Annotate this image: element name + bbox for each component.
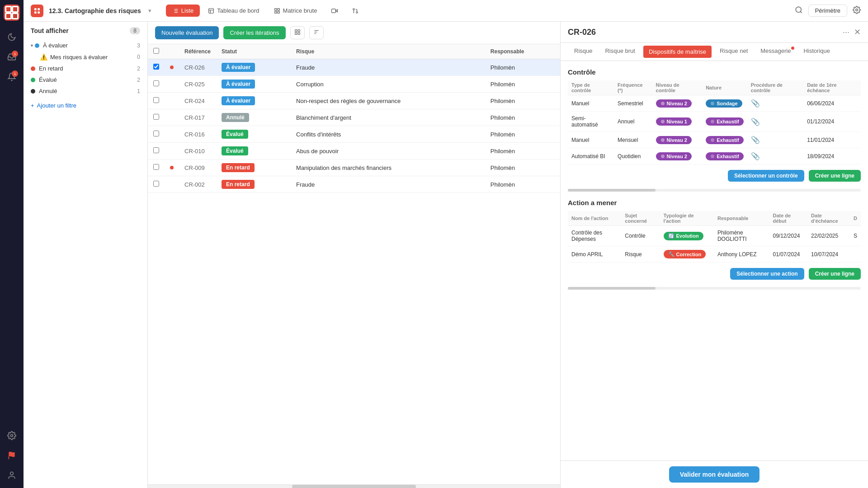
row-resp: Philomèn — [485, 109, 560, 126]
view-toggle-button[interactable] — [290, 26, 305, 39]
moon-icon[interactable] — [4, 29, 20, 45]
tab-risque[interactable]: Risque — [568, 43, 599, 61]
typo-icon: 🔄 — [668, 233, 675, 239]
control-scrollbar[interactable] — [568, 189, 861, 192]
tout-afficher-label[interactable]: Tout afficher — [31, 27, 69, 34]
table-row[interactable]: CR-002 En retard Fraude Philomèn — [148, 176, 560, 193]
filter-dot-annule — [31, 89, 35, 94]
row-checkbox[interactable] — [153, 164, 159, 170]
controle-row[interactable]: Semi-automatisé Annuel Niveau 1 Exhausti… — [568, 112, 861, 132]
svg-line-28 — [800, 11, 802, 13]
add-filter-button[interactable]: + Ajouter un filtre — [31, 99, 140, 112]
action-row[interactable]: Démo APRIL Risque 🔧 Correction Anthony L… — [568, 246, 861, 263]
table-row[interactable]: CR-017 Annulé Blanchiment d'argent Philo… — [148, 109, 560, 126]
filter-annule[interactable]: Annulé 1 — [31, 85, 140, 97]
search-button[interactable] — [795, 6, 803, 15]
tab-risque-brut[interactable]: Risque brut — [599, 43, 641, 61]
new-evaluation-button[interactable]: Nouvelle évaluation — [155, 26, 219, 39]
row-risk: Non-respect des règles de gouvernance — [291, 93, 485, 109]
perimetre-button[interactable]: Périmètre — [808, 5, 847, 17]
flag-icon[interactable] — [4, 447, 20, 464]
top-bar-right: Périmètre — [795, 5, 861, 17]
table-row[interactable]: CR-025 À évaluer Corruption Philomèn — [148, 76, 560, 93]
detail-footer: Valider mon évaluation — [561, 460, 868, 488]
controle-row[interactable]: Manuel Mensuel Niveau 2 Exhaustif 📎 11/0… — [568, 132, 861, 148]
action-row[interactable]: Contrôle des Dépenses Contrôle 🔄 Evoluti… — [568, 226, 861, 246]
tab-historique[interactable]: Historique — [797, 43, 836, 61]
close-detail-button[interactable]: ✕ — [854, 27, 861, 37]
tab-matrice[interactable]: Matrice brute — [268, 5, 324, 17]
settings-icon[interactable] — [4, 427, 20, 444]
list-area: Nouvelle évaluation Créer les itérations — [148, 22, 561, 488]
ctrl-proc[interactable]: 📎 — [747, 95, 803, 112]
table-row[interactable]: CR-016 Évalué Conflits d'intérêts Philom… — [148, 126, 560, 143]
tab-dispositifs[interactable]: Dispositifs de maîtrise — [643, 46, 712, 58]
attachment-icon[interactable]: 📎 — [751, 118, 760, 126]
tab-risque-net[interactable]: Risque net — [713, 43, 754, 61]
row-reference: CR-026 — [179, 59, 216, 76]
row-checkbox[interactable] — [153, 97, 159, 103]
select-action-button[interactable]: Sélectionner une action — [730, 268, 804, 280]
col-d: D — [850, 211, 861, 226]
row-checkbox[interactable] — [153, 64, 159, 70]
tab-tableau[interactable]: Tableau de bord — [202, 5, 265, 17]
table-row[interactable]: CR-010 Évalué Abus de pouvoir Philomèn — [148, 143, 560, 160]
tab-liste[interactable]: Liste — [166, 5, 200, 17]
row-status: À évaluer — [216, 76, 291, 93]
row-risk: Conflits d'intérêts — [291, 126, 485, 143]
tab-merge[interactable] — [346, 5, 365, 17]
mes-risques-count: 0 — [137, 54, 140, 60]
create-action-line-button[interactable]: Créer une ligne — [809, 268, 861, 280]
bell-icon[interactable]: 1 — [4, 69, 20, 85]
body-area: Tout afficher 8 ▾ À évaluer 3 ⚠️ Mes ris… — [24, 22, 868, 488]
topbar-settings-button[interactable] — [853, 6, 861, 15]
action-nom: Contrôle des Dépenses — [568, 226, 621, 246]
create-iterations-button[interactable]: Créer les itérations — [223, 26, 285, 39]
attachment-icon[interactable]: 📎 — [751, 136, 760, 144]
filter-evalue[interactable]: Évalué 2 — [31, 74, 140, 85]
col-frequence: Fréquence (*) — [614, 80, 652, 95]
filter-a-evaluer[interactable]: ▾ À évaluer 3 — [31, 40, 140, 51]
ctrl-proc[interactable]: 📎 — [747, 132, 803, 148]
niveau-badge: Niveau 2 — [656, 152, 692, 160]
ctrl-freq: Quotidien — [614, 148, 652, 164]
action-ech: 10/07/2024 — [807, 246, 850, 263]
svg-point-43 — [661, 155, 665, 158]
more-options-button[interactable]: ··· — [843, 28, 849, 37]
row-checkbox[interactable] — [153, 147, 159, 153]
select-all-checkbox[interactable] — [153, 48, 159, 54]
row-checkbox[interactable] — [153, 181, 159, 187]
app-logo[interactable] — [4, 5, 20, 21]
row-checkbox[interactable] — [153, 114, 159, 120]
svg-rect-7 — [34, 8, 37, 10]
action-sujet: Risque — [621, 246, 660, 263]
bell-badge: 1 — [12, 70, 18, 77]
tab-video[interactable] — [325, 5, 344, 17]
en-retard-count: 2 — [137, 66, 140, 72]
select-controle-button[interactable]: Sélectionner un contrôle — [728, 170, 804, 182]
user-icon[interactable] — [4, 467, 20, 483]
filter-mes-risques[interactable]: ⚠️ Mes risques à évaluer 0 — [31, 51, 140, 63]
table-row[interactable]: CR-024 À évaluer Non-respect des règles … — [148, 93, 560, 109]
controle-row[interactable]: Manuel Semestriel Niveau 2 Sondage 📎 06/… — [568, 95, 861, 112]
filter-en-retard[interactable]: En retard 2 — [31, 63, 140, 74]
attachment-icon[interactable]: 📎 — [751, 152, 760, 160]
create-controle-line-button[interactable]: Créer une ligne — [809, 170, 861, 182]
row-status: Annulé — [216, 109, 291, 126]
validate-evaluation-button[interactable]: Valider mon évaluation — [669, 466, 760, 483]
tab-messagerie[interactable]: Messagerie — [754, 43, 797, 61]
svg-rect-21 — [278, 11, 279, 13]
ctrl-proc[interactable]: 📎 — [747, 112, 803, 132]
sort-button[interactable] — [309, 26, 324, 39]
ctrl-proc[interactable]: 📎 — [747, 148, 803, 164]
controle-row[interactable]: Automatisé BI Quotidien Niveau 2 Exhaust… — [568, 148, 861, 164]
action-scrollbar[interactable] — [568, 287, 861, 290]
attachment-icon[interactable]: 📎 — [751, 99, 760, 107]
row-checkbox[interactable] — [153, 80, 159, 86]
row-checkbox[interactable] — [153, 131, 159, 136]
inbox-icon[interactable]: 1 — [4, 49, 20, 65]
tout-afficher-count: 8 — [130, 27, 140, 34]
table-row[interactable]: CR-026 À évaluer Fraude Philomèn — [148, 59, 560, 76]
table-scrollbar[interactable] — [148, 484, 560, 488]
table-row[interactable]: CR-009 En retard Manipulation des marché… — [148, 160, 560, 176]
